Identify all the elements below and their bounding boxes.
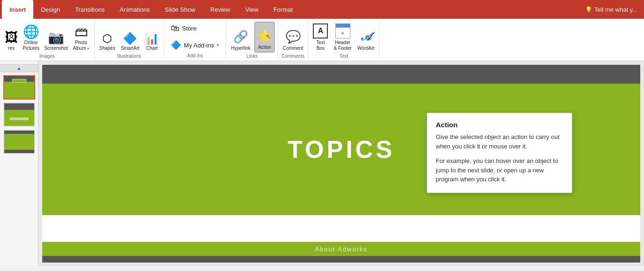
screenshot-label: Screenshot <box>44 46 68 51</box>
hyperlink-icon: 🔗 <box>233 30 248 44</box>
group-addins: 🛍 Store 🔷 My Add-ins ▾ Add-ins <box>164 21 226 59</box>
comment-label: Comment <box>283 46 303 51</box>
addins-group-label: Add-ins <box>187 53 203 59</box>
my-addins-label: My Add-ins <box>184 42 214 49</box>
slide-thumb-1-content <box>4 76 34 99</box>
text-buttons: A Text Box A Header & Footer 𝒜 WordArt <box>311 22 376 53</box>
header-footer-button[interactable]: A Header & Footer <box>332 22 353 53</box>
group-text: A Text Box A Header & Footer 𝒜 WordArt T… <box>308 21 379 59</box>
slide-thumb-1[interactable] <box>3 75 35 100</box>
wordart-icon: 𝒜 <box>358 29 373 44</box>
slide-thumb-3[interactable] <box>3 130 35 154</box>
images-group-label: Images <box>39 54 55 60</box>
tell-me-bar[interactable]: 💡 Tell me what y... <box>576 3 644 16</box>
slide-bottom-text: About Adworks <box>315 246 368 253</box>
hyperlink-button[interactable]: 🔗 Hyperlink <box>229 22 252 53</box>
text-box-button[interactable]: A Text Box <box>311 22 330 53</box>
slide-bottom-accent: About Adworks <box>42 242 640 256</box>
pictures-button[interactable]: 🖼 res <box>3 22 20 53</box>
group-comments: 💬 Comment Comments <box>278 21 308 59</box>
slide-title: TOPICS <box>288 135 395 163</box>
illustrations-buttons: ⬡ Shapes 🔷 SmartArt 📊 Chart <box>98 22 161 53</box>
store-label: Store <box>182 25 197 32</box>
illustrations-group-label: Illustrations <box>117 54 141 60</box>
comments-group-label: Comments <box>282 54 304 60</box>
addins-content: 🛍 Store 🔷 My Add-ins ▾ <box>167 22 223 52</box>
photo-album-arrow: ▾ <box>87 46 89 51</box>
store-button[interactable]: 🛍 Store <box>167 22 200 35</box>
chart-button[interactable]: 📊 Chart <box>143 22 161 53</box>
smartart-icon: 🔷 <box>123 33 137 44</box>
comment-icon: 💬 <box>286 30 301 44</box>
tooltip-title: Action <box>436 121 563 129</box>
images-buttons: 🖼 res 🌐 Online Pictures 📷 Screenshot 🗃 P… <box>3 22 91 53</box>
online-pictures-label: Online Pictures <box>23 40 39 51</box>
pictures-icon: 🖼 <box>5 31 18 44</box>
my-addins-icon: 🔷 <box>171 40 181 50</box>
header-footer-label: Header & Footer <box>333 40 351 51</box>
group-links: 🔗 Hyperlink ⭐ Action ↖ Links <box>226 21 278 59</box>
shapes-button[interactable]: ⬡ Shapes <box>98 22 117 53</box>
header-footer-icon: A <box>335 23 350 39</box>
slide-thumb-2[interactable] <box>3 102 35 127</box>
lightbulb-icon: 💡 <box>585 6 592 13</box>
tab-animations[interactable]: Animations <box>112 0 157 19</box>
ribbon-toolbar: 🖼 res 🌐 Online Pictures 📷 Screenshot 🗃 P… <box>0 19 644 61</box>
text-box-label: Text Box <box>316 40 325 51</box>
tab-transitions[interactable]: Transitions <box>68 0 112 19</box>
online-pictures-icon: 🌐 <box>23 25 39 39</box>
links-buttons: 🔗 Hyperlink ⭐ Action ↖ <box>229 22 275 53</box>
wordart-label: WordArt <box>357 46 375 51</box>
tooltip-para1: Give the selected object an action to ca… <box>436 132 563 151</box>
tooltip-para2: For example, you can hover over an objec… <box>436 156 563 184</box>
group-images: 🖼 res 🌐 Online Pictures 📷 Screenshot 🗃 P… <box>0 21 95 59</box>
shapes-label: Shapes <box>99 46 115 51</box>
wordart-button[interactable]: 𝒜 WordArt <box>356 22 377 53</box>
photo-album-label: Photo Album ▾ <box>73 40 89 51</box>
screenshot-button[interactable]: 📷 Screenshot <box>42 22 70 53</box>
store-icon: 🛍 <box>171 23 179 33</box>
action-tooltip: Action Give the selected object an actio… <box>427 113 572 193</box>
tab-design[interactable]: Design <box>33 0 67 19</box>
tab-insert[interactable]: Insert <box>2 0 33 19</box>
chart-label: Chart <box>146 46 158 51</box>
shapes-icon: ⬡ <box>102 33 112 44</box>
tab-review[interactable]: Review <box>203 0 238 19</box>
comment-button[interactable]: 💬 Comment <box>281 22 305 53</box>
slide-top-bar <box>42 65 640 84</box>
action-label: Action <box>258 45 271 50</box>
my-addins-button[interactable]: 🔷 My Add-ins ▾ <box>167 38 223 52</box>
slides-sidebar: ▲ <box>0 61 38 266</box>
smartart-button[interactable]: 🔷 SmartArt <box>119 22 141 53</box>
tell-me-text: Tell me what y... <box>594 6 637 13</box>
chart-icon: 📊 <box>145 33 159 44</box>
action-button[interactable]: ⭐ Action ↖ <box>254 22 275 53</box>
pictures-label: res <box>8 46 15 51</box>
smartart-label: SmartArt <box>121 46 139 51</box>
hyperlink-label: Hyperlink <box>231 46 250 51</box>
tooltip-body: Give the selected object an action to ca… <box>436 132 563 184</box>
comments-buttons: 💬 Comment <box>281 22 305 53</box>
slide-bottom-bar <box>42 256 640 263</box>
tab-bar: Insert Design Transitions Animations Sli… <box>0 0 644 19</box>
cursor-icon: ↖ <box>265 33 271 40</box>
photo-album-icon: 🗃 <box>75 25 88 39</box>
scroll-up-button[interactable]: ▲ <box>0 64 38 72</box>
screenshot-icon: 📷 <box>48 31 64 44</box>
tab-slideshow[interactable]: Slide Show <box>157 0 203 19</box>
group-illustrations: ⬡ Shapes 🔷 SmartArt 📊 Chart Illustration… <box>95 21 164 59</box>
photo-album-button[interactable]: 🗃 Photo Album ▾ <box>71 22 91 53</box>
my-addins-arrow: ▾ <box>217 43 219 47</box>
tab-format[interactable]: Format <box>266 0 300 19</box>
tab-view[interactable]: View <box>238 0 266 19</box>
text-box-icon: A <box>313 23 328 39</box>
slide-thumb-2-content <box>4 103 34 126</box>
text-group-label: Text <box>340 54 348 60</box>
online-pictures-button[interactable]: 🌐 Online Pictures <box>21 22 41 53</box>
slide-thumb-3-content <box>4 131 34 153</box>
slide-thumb-indicator <box>12 79 26 83</box>
links-group-label: Links <box>247 54 258 60</box>
